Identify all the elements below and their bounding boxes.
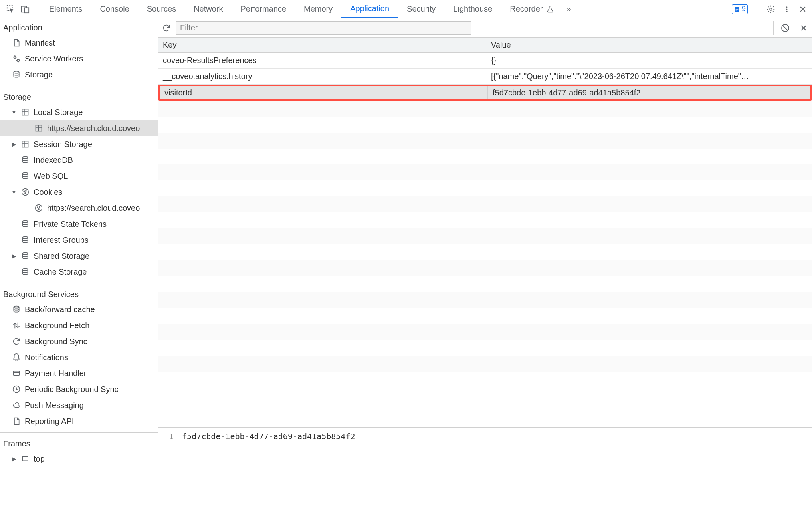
tab-memory[interactable]: Memory bbox=[295, 0, 341, 18]
table-row-selected[interactable]: visitorId f5d7cbde-1ebb-4d77-ad69-ad41a5… bbox=[158, 85, 812, 101]
sidebar-item-storage-summary[interactable]: Storage bbox=[0, 67, 158, 83]
gear-icon[interactable] bbox=[766, 4, 776, 14]
sidebar-item-cookies-origin[interactable]: https://search.cloud.coveo bbox=[0, 200, 158, 216]
svg-point-18 bbox=[22, 173, 28, 175]
database-icon bbox=[20, 155, 30, 165]
kebab-menu-icon[interactable] bbox=[782, 4, 792, 14]
sidebar-item-background-fetch[interactable]: Background Fetch bbox=[0, 317, 158, 333]
table-row[interactable]: coveo-ResultsPreferences {} bbox=[158, 53, 812, 69]
cell-value[interactable]: [{"name":"Query","time":"\"2023-06-26T20… bbox=[486, 69, 812, 84]
chevron-down-icon[interactable]: ▼ bbox=[11, 189, 17, 195]
cell-key[interactable]: __coveo.analytics.history bbox=[158, 69, 486, 84]
sidebar-item-local-storage[interactable]: ▼ Local Storage bbox=[0, 104, 158, 120]
separator bbox=[757, 3, 757, 15]
database-icon bbox=[11, 304, 22, 315]
section-title-background-services: Background Services bbox=[0, 287, 158, 301]
chevron-right-icon[interactable]: ▶ bbox=[11, 253, 17, 259]
device-toolbar-icon[interactable] bbox=[20, 4, 30, 14]
refresh-icon[interactable] bbox=[161, 23, 172, 33]
sidebar-item-service-workers[interactable]: Service Workers bbox=[0, 51, 158, 67]
cookie-icon bbox=[34, 203, 44, 213]
value-preview-content[interactable]: f5d7cbde-1ebb-4d77-ad69-ad41a5b854f2 bbox=[177, 428, 360, 515]
divider bbox=[0, 86, 158, 86]
tab-recorder[interactable]: Recorder bbox=[501, 0, 564, 18]
section-title-storage: Storage bbox=[0, 89, 158, 104]
document-icon bbox=[11, 38, 22, 48]
cell-key[interactable]: coveo-ResultsPreferences bbox=[158, 53, 486, 68]
svg-point-23 bbox=[36, 205, 42, 212]
svg-rect-5 bbox=[736, 9, 739, 9]
chevron-down-icon[interactable]: ▼ bbox=[11, 109, 17, 115]
filter-input[interactable] bbox=[176, 21, 471, 35]
sidebar-item-frame-top[interactable]: ▶ top bbox=[0, 451, 158, 467]
cloud-icon bbox=[11, 400, 22, 410]
database-icon bbox=[20, 219, 30, 229]
tab-security[interactable]: Security bbox=[398, 0, 444, 18]
storage-content-panel: Key Value coveo-ResultsPreferences {} __… bbox=[158, 18, 812, 515]
issues-badge[interactable]: 9 bbox=[732, 4, 748, 14]
chevron-right-icon[interactable]: ▶ bbox=[11, 456, 17, 462]
sidebar-item-cache-storage[interactable]: Cache Storage bbox=[0, 264, 158, 280]
sidebar-item-reporting-api[interactable]: Reporting API bbox=[0, 413, 158, 429]
svg-point-17 bbox=[22, 157, 28, 159]
chevron-right-icon[interactable]: ▶ bbox=[11, 141, 17, 147]
line-number-gutter: 1 bbox=[158, 428, 177, 515]
svg-point-30 bbox=[22, 269, 28, 271]
section-title-frames: Frames bbox=[0, 436, 158, 451]
tab-performance[interactable]: Performance bbox=[232, 0, 295, 18]
close-icon[interactable] bbox=[798, 4, 808, 14]
card-icon bbox=[11, 368, 22, 378]
column-header-value[interactable]: Value bbox=[486, 38, 812, 52]
svg-rect-32 bbox=[14, 371, 20, 376]
sidebar-item-local-storage-origin[interactable]: https://search.cloud.coveo bbox=[0, 120, 158, 136]
cell-key[interactable]: visitorId bbox=[160, 86, 488, 99]
devtools-toolbar: Elements Console Sources Network Perform… bbox=[0, 0, 812, 18]
content-toolbar bbox=[158, 18, 812, 38]
svg-point-20 bbox=[24, 191, 24, 192]
cookie-icon bbox=[20, 187, 30, 197]
table-row[interactable]: __coveo.analytics.history [{"name":"Quer… bbox=[158, 69, 812, 85]
divider bbox=[0, 432, 158, 433]
inspect-element-icon[interactable] bbox=[6, 4, 16, 14]
grid-icon bbox=[34, 123, 44, 133]
tab-application[interactable]: Application bbox=[341, 0, 398, 18]
sidebar-item-push-messaging[interactable]: Push Messaging bbox=[0, 397, 158, 413]
sidebar-item-bfcache[interactable]: Back/forward cache bbox=[0, 301, 158, 317]
tab-elements[interactable]: Elements bbox=[40, 0, 91, 18]
separator bbox=[37, 3, 37, 15]
sidebar-item-shared-storage[interactable]: ▶ Shared Storage bbox=[0, 248, 158, 264]
tab-console[interactable]: Console bbox=[91, 0, 138, 18]
sidebar-item-background-sync[interactable]: Background Sync bbox=[0, 333, 158, 349]
tab-lighthouse[interactable]: Lighthouse bbox=[444, 0, 501, 18]
sidebar-item-private-state-tokens[interactable]: Private State Tokens bbox=[0, 216, 158, 232]
svg-point-12 bbox=[17, 59, 20, 62]
issues-count: 9 bbox=[742, 5, 746, 13]
grid-icon bbox=[20, 139, 30, 149]
sidebar-item-notifications[interactable]: Notifications bbox=[0, 349, 158, 365]
clear-all-icon[interactable] bbox=[780, 23, 790, 33]
sidebar-item-periodic-sync[interactable]: Periodic Background Sync bbox=[0, 381, 158, 397]
sidebar-item-interest-groups[interactable]: Interest Groups bbox=[0, 232, 158, 248]
sidebar-item-indexeddb[interactable]: IndexedDB bbox=[0, 152, 158, 168]
flask-icon bbox=[545, 4, 555, 14]
svg-point-25 bbox=[39, 206, 40, 207]
cell-value[interactable]: f5d7cbde-1ebb-4d77-ad69-ad41a5b854f2 bbox=[488, 86, 810, 99]
svg-point-10 bbox=[786, 10, 788, 12]
tab-sources[interactable]: Sources bbox=[138, 0, 185, 18]
gears-icon bbox=[11, 53, 22, 64]
value-preview-panel: 1 f5d7cbde-1ebb-4d77-ad69-ad41a5b854f2 bbox=[158, 427, 812, 515]
bell-icon bbox=[11, 352, 22, 362]
tab-network[interactable]: Network bbox=[185, 0, 232, 18]
sidebar-item-session-storage[interactable]: ▶ Session Storage bbox=[0, 136, 158, 152]
sidebar-item-cookies[interactable]: ▼ Cookies bbox=[0, 184, 158, 200]
sidebar-item-websql[interactable]: Web SQL bbox=[0, 168, 158, 184]
cell-value[interactable]: {} bbox=[486, 53, 812, 68]
more-tabs-icon[interactable]: » bbox=[564, 0, 573, 18]
sidebar-item-manifest[interactable]: Manifest bbox=[0, 35, 158, 51]
svg-point-27 bbox=[22, 221, 28, 223]
delete-selected-icon[interactable] bbox=[798, 23, 809, 33]
storage-table-body: coveo-ResultsPreferences {} __coveo.anal… bbox=[158, 53, 812, 101]
sidebar-item-payment-handler[interactable]: Payment Handler bbox=[0, 365, 158, 381]
svg-point-21 bbox=[26, 190, 26, 191]
column-header-key[interactable]: Key bbox=[158, 38, 486, 52]
